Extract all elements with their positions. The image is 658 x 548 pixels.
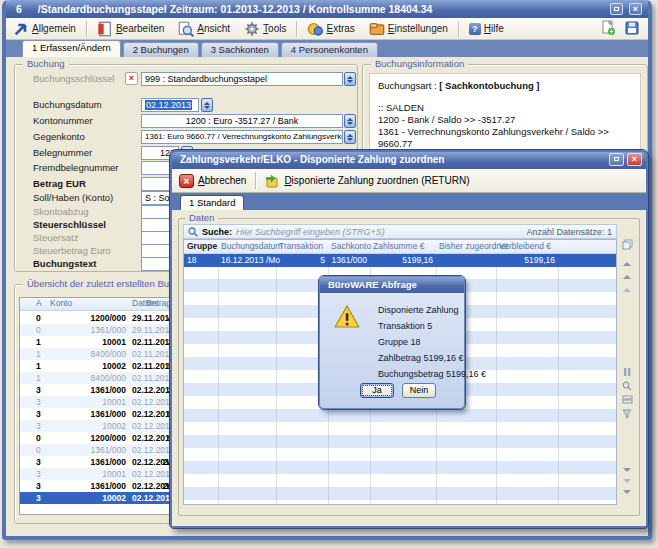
buchungstext-label: Buchungstext (33, 258, 145, 269)
gegenkonto-label: Gegenkonto (33, 131, 145, 142)
scroll-to-bottom-icon[interactable] (620, 494, 634, 505)
window-title: /Standardbuchungsstapel Zeitraum: 01.201… (38, 3, 432, 15)
gegenkonto-spinner[interactable] (344, 130, 356, 144)
assign-icon (265, 174, 280, 188)
cancel-x-icon: × (179, 174, 194, 188)
tab-personenkonten[interactable]: 4 Personenkonten (281, 42, 378, 57)
menu-separator (86, 21, 87, 37)
magnifier-document-icon (178, 21, 194, 37)
search-icon (188, 227, 198, 237)
payment-row-selected[interactable]: 18 16.12.2013 /Mo 5 1361/000 5199,16 519… (184, 254, 616, 267)
kontonummer-label: Kontonummer (33, 115, 145, 126)
new-document-icon[interactable] (600, 20, 616, 36)
abbrechen-button[interactable]: × Abbrechen (172, 172, 253, 190)
steuersatz-label: Steuersatz (33, 232, 145, 243)
help-icon: ? (469, 23, 481, 35)
main-titlebar[interactable]: 6 /Standardbuchungsstapel Zeitraum: 01.2… (6, 0, 648, 18)
records-icon[interactable] (620, 395, 634, 406)
restore-icon (614, 7, 619, 11)
menu-separator (296, 21, 297, 37)
zoom-icon[interactable] (620, 381, 634, 392)
menubar: Allgemein Bearbeiten Ansicht Tools Extra… (6, 18, 648, 40)
col-zahlsumme: Zahlsumme € (370, 240, 436, 253)
page-up-icon[interactable] (620, 279, 634, 290)
dialog-close-button[interactable]: × (627, 153, 642, 166)
menu-bearbeiten[interactable]: Bearbeiten (91, 19, 170, 39)
buchungsinformation-group-title: Buchungsinformation (371, 58, 468, 69)
screen: 6 /Standardbuchungsstapel Zeitraum: 01.2… (0, 0, 658, 548)
toolbar-separator (255, 172, 256, 189)
gegenkonto-field[interactable]: 1361: Euro 9660.77 / Verrechnungskonto Z… (141, 130, 343, 144)
dialog-table-header: Gruppe Buchungsdatum Transaktion Sachkon… (184, 240, 616, 254)
buchungsschluessel-spinner[interactable] (344, 72, 356, 86)
ja-button[interactable]: Ja (360, 383, 394, 398)
kontonummer-field[interactable]: 1200 : Euro -3517.27 / Bank (141, 114, 343, 128)
dialog-titlebar[interactable]: Zahlungsverkehr/ELKO - Disponierte Zahlu… (172, 152, 646, 169)
buchungsart-value: [ Sachkontobuchung ] (439, 80, 539, 91)
search-label: Suche: (202, 227, 232, 237)
menu-tools[interactable]: Tools (238, 19, 292, 39)
belegnummer-label: Belegnummer (33, 147, 145, 158)
clear-icon[interactable]: × (125, 72, 138, 85)
col-konto: Konto (50, 298, 72, 308)
menu-separator (458, 21, 459, 37)
scroll-to-top-icon[interactable] (620, 253, 634, 264)
msg-line-3: Gruppe 18 (378, 337, 421, 347)
menu-allgemein[interactable]: Allgemein (7, 19, 82, 39)
fremdbelegnummer-label: Fremdbelegnummer (33, 162, 145, 173)
main-window: 6 /Standardbuchungsstapel Zeitraum: 01.2… (2, 0, 652, 540)
kontonummer-spinner[interactable] (344, 114, 356, 128)
tab-erfassen-aendern[interactable]: 1 Erfassen/Ändern (22, 40, 121, 57)
menu-extras[interactable]: Extras (301, 19, 360, 39)
col-buchungsdatum: Buchungsdatum (218, 240, 276, 253)
menu-ansicht[interactable]: Ansicht (172, 19, 236, 39)
tab-sachkonten[interactable]: 3 Sachkonten (201, 42, 279, 57)
zuordnen-button[interactable]: Disponierte Zahlung zuordnen (RETURN) (258, 172, 476, 190)
menu-einstellungen[interactable]: Einstellungen (363, 19, 454, 39)
daten-group-title: Daten (185, 212, 218, 223)
copy-grid-icon[interactable] (620, 239, 634, 250)
settings-folder-icon (369, 21, 385, 37)
tab-buchungen[interactable]: 2 Buchungen (123, 42, 199, 57)
arrow-up-right-icon (13, 21, 29, 37)
table-nav-strip (619, 239, 636, 505)
filter-icon[interactable] (620, 409, 634, 420)
betrag-eur-label: Betrag EUR (33, 178, 145, 189)
edit-document-icon (97, 21, 113, 37)
msg-line-4: Zahlbetrag 5199,16 € (378, 353, 464, 363)
dialog-tabrow: 1 Standard (172, 193, 646, 210)
window-number: 6 (16, 3, 22, 15)
buchungsdatum-field[interactable]: 02.12.2013 (141, 98, 199, 112)
dialog-toolbar: × Abbrechen Disponierte Zahlung zuordnen… (172, 169, 646, 193)
col-sachkonto: Sachkonto (328, 240, 370, 253)
msg-line-5: Buchungsbetrag 5199,16 € (378, 369, 486, 379)
menu-hilfe[interactable]: ? Hilfe (463, 21, 510, 37)
save-icon[interactable] (624, 20, 640, 36)
tab-standard[interactable]: 1 Standard (180, 195, 244, 210)
record-count: Anzahl Datensätze: 1 (526, 227, 612, 237)
columns-icon[interactable] (620, 367, 634, 378)
buchungsdatum-label: Buchungsdatum (33, 99, 145, 110)
dialog-maximize-button[interactable] (609, 153, 624, 166)
salden-header: :: SALDEN (378, 102, 632, 114)
dialog-title: Zahlungsverkehr/ELKO - Disponierte Zahlu… (180, 154, 444, 165)
saldo-line-1200: 1200 - Bank / Saldo >> -3517.27 (378, 114, 632, 126)
col-verbleibend: Verbleibend € (496, 240, 558, 253)
tabstrip: 1 Erfassen/Ändern 2 Buchungen 3 Sachkont… (6, 40, 648, 57)
msgbox-titlebar[interactable]: BüroWARE Abfrage (320, 277, 464, 293)
close-button[interactable]: × (629, 3, 642, 15)
buchungsschluessel-field[interactable]: 999 : Standardbuchungsstapel (141, 72, 343, 86)
buchungsdatum-spinner[interactable] (201, 98, 213, 112)
col-gruppe: Gruppe (184, 240, 218, 253)
nein-button[interactable]: Nein (402, 383, 436, 398)
scroll-up-icon[interactable] (620, 266, 634, 277)
bueroware-abfrage-msgbox: BüroWARE Abfrage Disponierte Zahlung Tra… (319, 276, 465, 409)
saldo-line-1361: 1361 - Verrechnungskonto Zahlungsverkehr… (378, 126, 632, 150)
warning-icon (334, 305, 360, 329)
search-bar[interactable]: Suche: Hier Suchbegriff eingeben (STRG+S… (183, 224, 617, 239)
col-transaktion: Transaktion (276, 240, 328, 253)
extras-icon (307, 21, 323, 37)
soll-haben-label: Soll/Haben (Konto) (33, 192, 145, 203)
restore-button[interactable] (610, 3, 623, 15)
search-placeholder: Hier Suchbegriff eingeben (STRG+S) (236, 227, 385, 237)
